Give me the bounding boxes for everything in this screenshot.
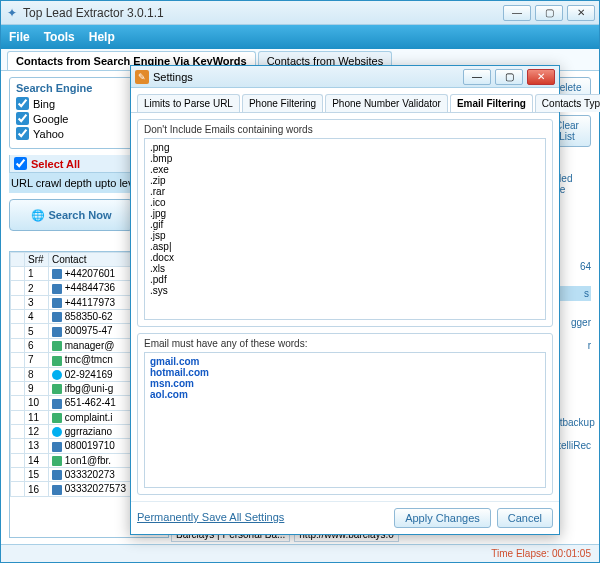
- contact-type-icon: [52, 284, 62, 294]
- contact-type-icon: [52, 327, 62, 337]
- app-icon: ✦: [5, 6, 19, 20]
- contact-type-icon: [52, 384, 62, 394]
- exclude-words-title: Don't Include Emails containing words: [144, 124, 546, 135]
- contact-type-icon: [52, 399, 62, 409]
- contact-type-icon: [52, 456, 62, 466]
- contact-type-icon: [52, 413, 62, 423]
- dialog-maximize-button[interactable]: ▢: [495, 69, 523, 85]
- close-button[interactable]: ✕: [567, 5, 595, 21]
- tab-limits-parse-url[interactable]: Limits to Parse URL: [137, 94, 240, 112]
- col-blank: [11, 253, 25, 267]
- contact-type-icon: [52, 370, 62, 380]
- contact-type-icon: [52, 442, 62, 452]
- app-title: Top Lead Extractor 3.0.1.1: [23, 6, 503, 20]
- time-elapse: Time Elapse: 00:01:05: [491, 548, 591, 559]
- col-sr[interactable]: Sr#: [25, 253, 49, 267]
- statusbar: Time Elapse: 00:01:05: [1, 544, 599, 562]
- contact-type-icon: [52, 269, 62, 279]
- globe-icon: 🌐: [31, 209, 45, 222]
- dialog-close-button[interactable]: ✕: [527, 69, 555, 85]
- maximize-button[interactable]: ▢: [535, 5, 563, 21]
- menu-tools[interactable]: Tools: [44, 30, 75, 44]
- main-titlebar: ✦ Top Lead Extractor 3.0.1.1 — ▢ ✕: [1, 1, 599, 25]
- main-window-controls: — ▢ ✕: [503, 5, 595, 21]
- dialog-tabs: Limits to Parse URL Phone Filtering Phon…: [131, 88, 559, 113]
- contact-type-icon: [52, 298, 62, 308]
- menu-help[interactable]: Help: [89, 30, 115, 44]
- checkbox-bing-input[interactable]: [16, 97, 29, 110]
- dialog-title: Settings: [153, 71, 463, 83]
- menubar: File Tools Help: [1, 25, 599, 49]
- save-settings-button[interactable]: Permanently Save All Settings: [137, 508, 284, 528]
- tab-phone-filtering[interactable]: Phone Filtering: [242, 94, 323, 112]
- dialog-content: Don't Include Emails containing words Em…: [131, 113, 559, 501]
- tab-contacts-types[interactable]: Contacts Types: [535, 94, 600, 112]
- contact-type-icon: [52, 470, 62, 480]
- exclude-words-textarea[interactable]: [144, 138, 546, 320]
- checkbox-google-input[interactable]: [16, 112, 29, 125]
- menu-file[interactable]: File: [9, 30, 30, 44]
- include-words-fieldset: Email must have any of these words:: [137, 333, 553, 495]
- checkbox-yahoo-input[interactable]: [16, 127, 29, 140]
- contact-type-icon: [52, 427, 62, 437]
- settings-dialog: ✎ Settings — ▢ ✕ Limits to Parse URL Pho…: [130, 65, 560, 535]
- include-words-textarea[interactable]: [144, 352, 546, 488]
- tab-email-filtering[interactable]: Email Filtering: [450, 94, 533, 112]
- contact-type-icon: [52, 341, 62, 351]
- exclude-words-fieldset: Don't Include Emails containing words: [137, 119, 553, 327]
- tab-phone-validator[interactable]: Phone Number Validator: [325, 94, 448, 112]
- cancel-button[interactable]: Cancel: [497, 508, 553, 528]
- apply-changes-button[interactable]: Apply Changes: [394, 508, 491, 528]
- select-all-checkbox[interactable]: [14, 157, 27, 170]
- dialog-titlebar: ✎ Settings — ▢ ✕: [131, 66, 559, 88]
- contact-type-icon: [52, 356, 62, 366]
- include-words-title: Email must have any of these words:: [144, 338, 546, 349]
- minimize-button[interactable]: —: [503, 5, 531, 21]
- contact-type-icon: [52, 485, 62, 495]
- dialog-minimize-button[interactable]: —: [463, 69, 491, 85]
- dialog-buttons: Permanently Save All Settings Apply Chan…: [131, 501, 559, 534]
- search-now-button[interactable]: 🌐 Search Now: [9, 199, 133, 231]
- contact-type-icon: [52, 312, 62, 322]
- settings-icon: ✎: [135, 70, 149, 84]
- dialog-window-controls: — ▢ ✕: [463, 69, 555, 85]
